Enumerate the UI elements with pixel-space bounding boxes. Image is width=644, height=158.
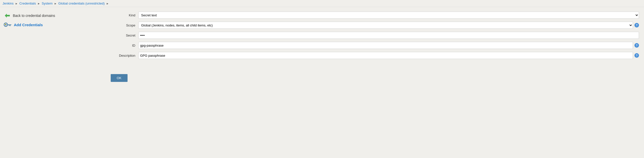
kind-select[interactable]: Secret text Username with password SSH U… bbox=[138, 12, 639, 19]
kind-label: Kind bbox=[116, 13, 138, 17]
secret-control-wrapper bbox=[138, 32, 639, 39]
description-row: Description ? bbox=[116, 52, 639, 59]
add-credentials-label: Add Credentials bbox=[14, 23, 43, 27]
kind-row: Kind Secret text Username with password … bbox=[116, 12, 639, 19]
back-link-label: Back to credential domains bbox=[13, 14, 55, 18]
breadcrumb-sep-2: ► bbox=[37, 2, 40, 5]
breadcrumb-system[interactable]: System bbox=[42, 2, 53, 5]
form-area: Kind Secret text Username with password … bbox=[111, 10, 644, 64]
breadcrumb: Jenkins ► Credentials ► System ► Global … bbox=[0, 0, 644, 7]
sidebar: Back to credential domains Add Credentia… bbox=[0, 10, 111, 64]
svg-marker-0 bbox=[5, 14, 10, 18]
ok-button[interactable]: OK bbox=[111, 74, 128, 82]
breadcrumb-jenkins[interactable]: Jenkins bbox=[3, 2, 14, 5]
add-credentials-link[interactable]: Add Credentials bbox=[4, 22, 107, 27]
description-label: Description bbox=[116, 54, 138, 57]
description-control-wrapper: ? bbox=[138, 52, 639, 59]
id-label: ID bbox=[116, 44, 138, 47]
secret-row: Secret bbox=[116, 32, 639, 39]
svg-rect-4 bbox=[10, 25, 11, 26]
key-icon bbox=[4, 22, 12, 27]
svg-rect-3 bbox=[7, 24, 11, 25]
ok-button-row: OK bbox=[0, 74, 644, 82]
description-input[interactable] bbox=[138, 52, 633, 59]
secret-label: Secret bbox=[116, 34, 138, 37]
main-content: Back to credential domains Add Credentia… bbox=[0, 7, 644, 67]
back-arrow-wrapper bbox=[4, 12, 11, 19]
id-input[interactable] bbox=[138, 42, 633, 49]
breadcrumb-sep-3: ► bbox=[54, 2, 57, 5]
id-control-wrapper: ? bbox=[138, 42, 639, 49]
id-help-icon[interactable]: ? bbox=[634, 43, 639, 48]
scope-row: Scope Global (Jenkins, nodes, items, all… bbox=[116, 22, 639, 29]
description-help-icon[interactable]: ? bbox=[634, 53, 639, 58]
svg-rect-5 bbox=[9, 25, 10, 26]
scope-select[interactable]: Global (Jenkins, nodes, items, all child… bbox=[138, 22, 633, 29]
breadcrumb-sep-4: ► bbox=[106, 2, 109, 5]
back-to-credential-domains-link[interactable]: Back to credential domains bbox=[4, 12, 107, 19]
secret-input[interactable] bbox=[138, 32, 639, 39]
breadcrumb-global-credentials[interactable]: Global credentials (unrestricted) bbox=[58, 2, 105, 5]
breadcrumb-credentials[interactable]: Credentials bbox=[19, 2, 36, 5]
svg-point-7 bbox=[5, 24, 6, 25]
back-arrow-icon bbox=[4, 13, 10, 19]
scope-control-wrapper: Global (Jenkins, nodes, items, all child… bbox=[138, 22, 639, 29]
scope-help-icon[interactable]: ? bbox=[634, 23, 639, 27]
scope-label: Scope bbox=[116, 23, 138, 27]
breadcrumb-sep-1: ► bbox=[15, 2, 18, 5]
id-row: ID ? bbox=[116, 42, 639, 49]
kind-control-wrapper: Secret text Username with password SSH U… bbox=[138, 12, 639, 19]
